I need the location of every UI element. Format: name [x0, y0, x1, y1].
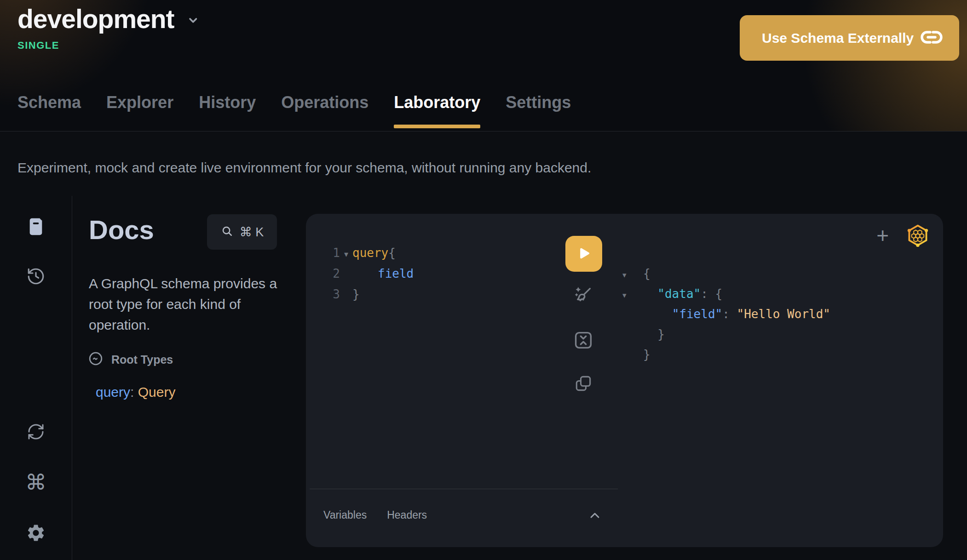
root-types-header: Root Types: [88, 351, 173, 368]
search-icon: [220, 224, 234, 240]
response-viewer: ▾ { ▾ "data": { "field": "Hello World" }…: [622, 263, 830, 365]
response-line: ▾ "data": {: [622, 284, 830, 304]
editor-line: 3 }: [332, 284, 414, 305]
editor-bottom-bar: Variables Headers: [323, 509, 427, 521]
link-icon: [920, 28, 944, 48]
copy-query-button[interactable]: [572, 372, 595, 395]
header: development SINGLE Use Schema Externally…: [0, 0, 967, 131]
tab-bar: Schema Explorer History Operations Labor…: [17, 93, 571, 128]
play-icon: [576, 246, 592, 263]
environment-badge: SINGLE: [17, 40, 59, 51]
root-types-label: Root Types: [111, 353, 173, 366]
editor-line: 1 ▾ query{: [332, 243, 414, 263]
graphiql-panel: 1 ▾ query{ 2 field 3 }: [306, 214, 943, 547]
merge-fragments-button[interactable]: [572, 329, 595, 352]
laboratory-page: { "header": { "project_name": "developme…: [0, 0, 967, 560]
editor-line: 2 field: [332, 263, 414, 284]
tab-schema[interactable]: Schema: [17, 93, 81, 128]
search-shortcut-key: K: [252, 225, 264, 239]
hive-logo-icon[interactable]: [905, 223, 930, 248]
fold-marker-icon[interactable]: ▾: [622, 285, 643, 305]
variables-tab[interactable]: Variables: [323, 509, 367, 521]
command-key-glyph: ⌘: [240, 225, 252, 239]
tab-operations[interactable]: Operations: [281, 93, 368, 128]
page-subtitle: Experiment, mock and create live environ…: [17, 160, 591, 176]
editor-tools-divider: [310, 489, 618, 489]
page-title: development: [17, 4, 174, 34]
root-type-type-name: Query: [138, 384, 176, 400]
tab-explorer[interactable]: Explorer: [106, 93, 173, 128]
tab-laboratory[interactable]: Laboratory: [394, 93, 480, 128]
use-schema-externally-label: Use Schema Externally: [762, 30, 914, 46]
history-icon[interactable]: [24, 265, 47, 288]
graphiql-sidebar: ⌘: [0, 196, 72, 560]
headers-tab[interactable]: Headers: [387, 509, 427, 521]
response-line: }: [622, 324, 830, 344]
collapse-editor-tools-button[interactable]: [586, 508, 604, 524]
response-line: "field": "Hello World": [622, 304, 830, 324]
query-editor[interactable]: 1 ▾ query{ 2 field 3 }: [332, 243, 414, 305]
project-switcher[interactable]: development: [17, 4, 201, 34]
tab-settings[interactable]: Settings: [506, 93, 571, 128]
docs-search-button[interactable]: ⌘ K: [207, 214, 277, 250]
root-type-query-link[interactable]: query: Query: [96, 384, 175, 400]
use-schema-externally-button[interactable]: Use Schema Externally: [740, 15, 959, 61]
execute-query-button[interactable]: [565, 236, 602, 272]
root-type-field-name: query: [96, 384, 130, 400]
docs-icon[interactable]: [24, 215, 47, 238]
chevron-down-icon[interactable]: [184, 12, 201, 30]
response-line: }: [622, 344, 830, 365]
settings-gear-icon[interactable]: [24, 521, 47, 544]
main-area: ⌘ Docs ⌘ K A GraphQL schema provides a r…: [0, 196, 967, 560]
fold-marker-icon[interactable]: ▾: [622, 265, 643, 285]
reload-icon[interactable]: [24, 420, 47, 443]
new-tab-button[interactable]: +: [876, 225, 889, 246]
shortcuts-icon[interactable]: ⌘: [24, 471, 47, 494]
prettify-button[interactable]: [572, 284, 595, 307]
chevron-up-icon: [591, 514, 599, 517]
docs-panel-title: Docs: [89, 214, 154, 245]
response-line: ▾ {: [622, 263, 830, 284]
docs-description: A GraphQL schema provides a root type fo…: [89, 273, 287, 335]
fold-marker-icon[interactable]: ▾: [340, 244, 352, 264]
tab-history[interactable]: History: [199, 93, 256, 128]
root-types-icon: [88, 351, 103, 368]
